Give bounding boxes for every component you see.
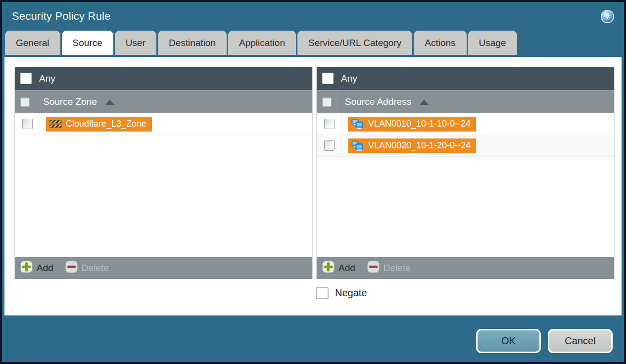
address-chip[interactable]: VLAN0020_10-1-20-0--24: [348, 138, 476, 153]
source-zone-list: Cloudflare_L3_Zone: [15, 113, 312, 257]
zone-icon: [49, 119, 62, 130]
delete-address-button[interactable]: Delete: [367, 261, 411, 275]
ok-button[interactable]: OK: [476, 329, 541, 353]
delete-zone-button[interactable]: Delete: [65, 261, 109, 275]
add-icon: [322, 261, 335, 275]
source-panels: Any Source Zone: [14, 67, 615, 279]
source-address-column-label: Source Address: [345, 96, 411, 107]
zone-chip-label: Cloudflare_L3_Zone: [66, 119, 146, 129]
row-checkbox[interactable]: [22, 119, 33, 129]
source-address-any-checkbox[interactable]: [322, 73, 334, 84]
negate-control: Negate: [316, 287, 615, 299]
security-policy-rule-dialog: Security Policy Rule ? General Source Us…: [0, 0, 626, 364]
add-icon: [20, 261, 33, 275]
column-separator: [36, 91, 36, 113]
negate-line: Negate: [14, 287, 615, 299]
source-address-row[interactable]: VLAN0020_10-1-20-0--24: [317, 135, 614, 157]
help-icon[interactable]: ?: [601, 10, 614, 23]
address-icon: [351, 140, 364, 152]
dialog-titlebar: Security Policy Rule ?: [2, 2, 624, 31]
negate-label: Negate: [335, 287, 367, 299]
source-zone-column-label: Source Zone: [43, 96, 97, 107]
delete-icon: [367, 261, 380, 275]
source-zone-panel: Any Source Zone: [14, 67, 313, 279]
tab-destination[interactable]: Destination: [158, 31, 227, 55]
source-address-panel: Any Source Address: [316, 67, 615, 279]
address-chip[interactable]: VLAN0010_10-1-10-0--24: [348, 117, 476, 132]
sort-ascending-icon: [420, 99, 429, 105]
source-zone-column-header[interactable]: Source Zone: [15, 90, 312, 113]
column-separator: [337, 91, 338, 113]
tab-application[interactable]: Application: [228, 31, 296, 55]
source-address-list: VLAN0010_10-1-10-0--24: [317, 113, 614, 257]
add-address-button[interactable]: Add: [322, 261, 355, 275]
delete-icon: [65, 261, 78, 275]
add-zone-button[interactable]: Add: [20, 261, 53, 275]
row-checkbox[interactable]: [324, 119, 335, 129]
source-address-any-label: Any: [341, 73, 357, 84]
sort-ascending-icon: [105, 99, 114, 105]
source-address-select-all-checkbox[interactable]: [322, 97, 332, 107]
address-chip-label: VLAN0020_10-1-20-0--24: [368, 140, 471, 151]
tab-user[interactable]: User: [115, 31, 156, 55]
row-checkbox[interactable]: [324, 140, 335, 151]
source-address-column-header[interactable]: Source Address: [317, 90, 614, 113]
source-address-any-bar: Any: [317, 67, 614, 90]
zone-chip[interactable]: Cloudflare_L3_Zone: [46, 117, 152, 132]
dialog-footer: OK Cancel: [476, 329, 613, 353]
tab-service-url-category[interactable]: Service/URL Category: [297, 31, 412, 55]
tab-actions[interactable]: Actions: [414, 31, 466, 55]
source-zone-select-all-checkbox[interactable]: [20, 97, 30, 107]
cancel-button[interactable]: Cancel: [548, 329, 613, 353]
source-zone-footer: Add Delete: [15, 257, 312, 279]
tab-usage[interactable]: Usage: [468, 31, 517, 55]
dialog-title: Security Policy Rule: [12, 10, 111, 23]
source-zone-any-bar: Any: [15, 67, 312, 90]
address-icon: [351, 118, 364, 130]
tab-general[interactable]: General: [5, 31, 60, 55]
source-zone-any-label: Any: [39, 73, 55, 84]
source-tab-content: Any Source Zone: [4, 57, 622, 316]
tab-bar: General Source User Destination Applicat…: [2, 31, 624, 55]
source-zone-row[interactable]: Cloudflare_L3_Zone: [15, 113, 312, 135]
source-zone-any-checkbox[interactable]: [20, 73, 32, 84]
negate-checkbox[interactable]: [316, 287, 329, 299]
source-address-footer: Add Delete: [317, 257, 614, 279]
source-address-row[interactable]: VLAN0010_10-1-10-0--24: [317, 113, 614, 135]
tab-source[interactable]: Source: [62, 31, 113, 55]
address-chip-label: VLAN0010_10-1-10-0--24: [368, 119, 471, 129]
